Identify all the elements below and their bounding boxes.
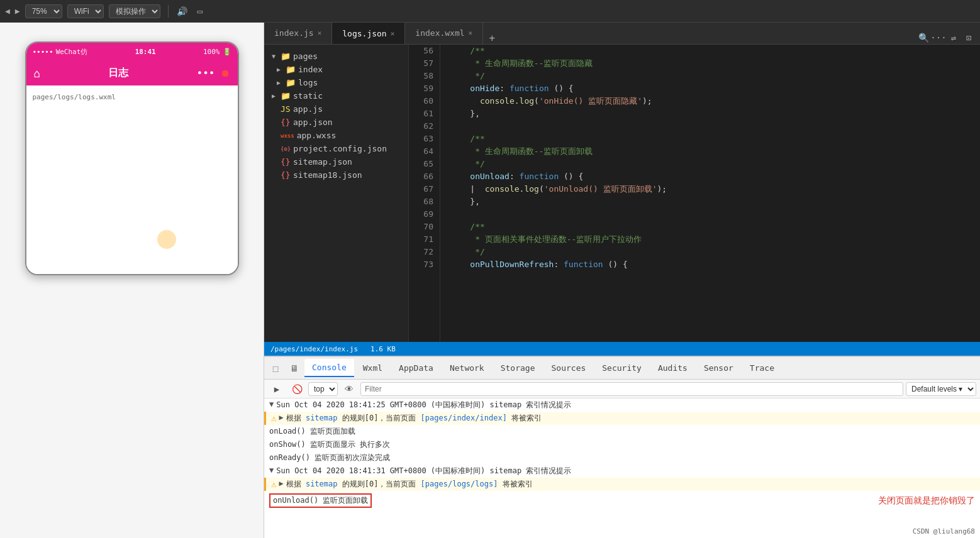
file-tree-pages[interactable]: ▼ 📁 pages (264, 50, 408, 63)
volume-icon[interactable]: 🔊 (176, 5, 189, 18)
code-line-59: onHide: function () { (450, 82, 970, 95)
code-line-62 (450, 120, 970, 133)
zoom-select[interactable]: 75% (25, 4, 62, 18)
appwxss-label: app.wxss (297, 131, 337, 140)
levels-select[interactable]: Default levels ▾ (906, 382, 976, 396)
file-tree-sitemap18[interactable]: ▶ {} sitemap18.json (264, 168, 408, 182)
bottom-panel: ⬚ 🖥 Console Wxml AppData Network Storage… (264, 356, 980, 538)
projectconfig-icon: {⚙} (281, 146, 291, 152)
more-editor-icon[interactable]: ··· (932, 31, 945, 44)
onunload-aside: 关闭页面就是把你销毁了 (878, 495, 975, 507)
console-exec-btn[interactable]: ▶ (268, 380, 286, 398)
filter-input[interactable] (360, 382, 903, 396)
file-tree-index[interactable]: ▶ 📁 index (264, 63, 408, 76)
code-line-63: /** (450, 133, 970, 145)
console-eye-btn[interactable]: 👁 (340, 380, 358, 398)
code-line-58: */ (450, 70, 970, 82)
file-tree-appwxss[interactable]: ▶ wxss app.wxss (264, 129, 408, 142)
back-icon[interactable]: ◀ (5, 6, 10, 16)
console-onload: onLoad() 监听页面加载 (264, 425, 980, 438)
warn1-arrow[interactable]: ▶ (279, 413, 283, 422)
index-arrow: ▶ (277, 66, 283, 73)
onready-text: onReady() 监听页面初次渲染完成 (269, 453, 390, 463)
editor-tabs: index.js ✕ logs.json ✕ index.wxml ✕ + 🔍 … (264, 23, 980, 45)
phone-home-icon[interactable]: ⌂ (34, 67, 41, 80)
top-toolbar: ◀ ▶ 75% WiFi 模拟操作 🔊 ▭ (0, 0, 980, 23)
file-tree-appjson[interactable]: ▶ {} app.json (264, 116, 408, 129)
index-folder-icon: 📁 (286, 65, 296, 74)
tab-network[interactable]: Network (442, 360, 492, 376)
file-tree-projectconfig[interactable]: ▶ {⚙} project.config.json (264, 142, 408, 155)
devtools-device-btn[interactable]: 🖥 (286, 360, 303, 377)
logs-label: logs (298, 78, 318, 87)
tab-appdata[interactable]: AppData (391, 360, 441, 376)
battery-icon: 🔋 (223, 48, 231, 56)
devtools-tabs: ⬚ 🖥 Console Wxml AppData Network Storage… (264, 357, 980, 380)
sep1 (168, 5, 169, 18)
phone-panel: ••••• WeChat仿 18:41 100% 🔋 ⌂ 日志 ••• ⏺ (0, 23, 264, 538)
tab-logs-json-close[interactable]: ✕ (391, 30, 395, 38)
warn2-text: 根据 sitemap 的规则[0]，当前页面 [pages/logs/logs]… (286, 479, 533, 490)
search-editor-icon[interactable]: 🔍 (917, 31, 930, 44)
sitemap1-text: Sun Oct 04 2020 18:41:25 GMT+0800 (中国标准时… (276, 400, 571, 410)
tab-index-wxml[interactable]: index.wxml ✕ (405, 23, 483, 44)
appjs-file-icon: JS (281, 104, 291, 114)
file-tree-logs[interactable]: ▶ 📁 logs (264, 76, 408, 89)
logs-folder-icon: 📁 (286, 78, 296, 87)
sitemap2-arrow[interactable]: ▼ (269, 466, 274, 475)
main-layout: ••••• WeChat仿 18:41 100% 🔋 ⌂ 日志 ••• ⏺ (0, 23, 980, 538)
new-tab-button[interactable]: + (486, 31, 498, 44)
tab-logs-json-label: logs.json (342, 29, 386, 38)
tab-sensor[interactable]: Sensor (696, 360, 741, 376)
warn1-icon: ⚠ (271, 413, 276, 423)
tab-trace[interactable]: Trace (742, 360, 782, 376)
code-line-71: * 页面相关事件处理函数--监听用户下拉动作 (450, 233, 970, 246)
code-line-70: /** (450, 221, 970, 233)
static-label: static (293, 91, 323, 101)
tab-storage[interactable]: Storage (493, 360, 543, 376)
tab-audits[interactable]: Audits (650, 360, 695, 376)
minimize-icon[interactable]: ▭ (194, 5, 206, 18)
forward-icon[interactable]: ▶ (15, 6, 20, 16)
code-line-67: | console.log('onUnload() 监听页面卸载'); (450, 183, 970, 195)
console-onready: onReady() 监听页面初次渲染完成 (264, 451, 980, 464)
tab-security[interactable]: Security (594, 360, 649, 376)
logs-arrow: ▶ (277, 79, 283, 86)
projectconfig-label: project.config.json (293, 144, 387, 153)
sitemap18-icon: {} (281, 170, 291, 180)
tab-index-wxml-label: index.wxml (415, 28, 464, 38)
phone-dots-icon[interactable]: ••• (197, 67, 215, 79)
file-tree-appjs[interactable]: ▶ JS app.js (264, 102, 408, 116)
split-editor-icon[interactable]: ⇌ (947, 31, 960, 44)
console-clear-btn[interactable]: 🚫 (288, 380, 306, 398)
phone-simulator: ••••• WeChat仿 18:41 100% 🔋 ⌂ 日志 ••• ⏺ (25, 41, 239, 275)
tab-wxml[interactable]: Wxml (355, 360, 390, 376)
simulate-select[interactable]: 模拟操作 (109, 4, 160, 18)
tab-logs-json[interactable]: logs.json ✕ (332, 23, 405, 44)
context-select[interactable]: top (308, 382, 338, 396)
tab-sources[interactable]: Sources (544, 360, 594, 376)
wifi-select[interactable]: WiFi (67, 4, 104, 18)
tab-index-js-close[interactable]: ✕ (318, 29, 322, 37)
tab-console[interactable]: Console (304, 359, 354, 377)
editor-area: ▼ 📁 pages ▶ 📁 index ▶ 📁 logs (264, 45, 980, 342)
phone-status-bar: ••••• WeChat仿 18:41 100% 🔋 (26, 43, 238, 60)
code-line-65: */ (450, 158, 970, 170)
phone-carrier: WeChat仿 (56, 47, 88, 57)
tab-index-wxml-close[interactable]: ✕ (469, 29, 473, 37)
file-tree-static[interactable]: ▶ 📁 static (264, 89, 408, 102)
index-label: index (298, 65, 323, 74)
code-line-61: }, (450, 107, 970, 120)
file-tree: ▼ 📁 pages ▶ 📁 index ▶ 📁 logs (264, 45, 409, 342)
devtools-inspect-btn[interactable]: ⬚ (267, 360, 284, 377)
code-line-56: /** (450, 45, 970, 57)
tab-index-js[interactable]: index.js ✕ (264, 23, 332, 44)
file-tree-sitemap[interactable]: ▶ {} sitemap.json (264, 155, 408, 168)
watermark: CSDN @liulang68 (913, 527, 975, 535)
phone-record-icon[interactable]: ⏺ (220, 67, 230, 79)
console-sitemap-1: ▼ Sun Oct 04 2020 18:41:25 GMT+0800 (中国标… (264, 398, 980, 412)
code-line-57: * 生命周期函数--监听页面隐藏 (450, 57, 970, 70)
sitemap1-arrow[interactable]: ▼ (269, 400, 274, 409)
warn2-arrow[interactable]: ▶ (279, 479, 283, 488)
device-editor-icon[interactable]: ⊡ (962, 31, 975, 44)
